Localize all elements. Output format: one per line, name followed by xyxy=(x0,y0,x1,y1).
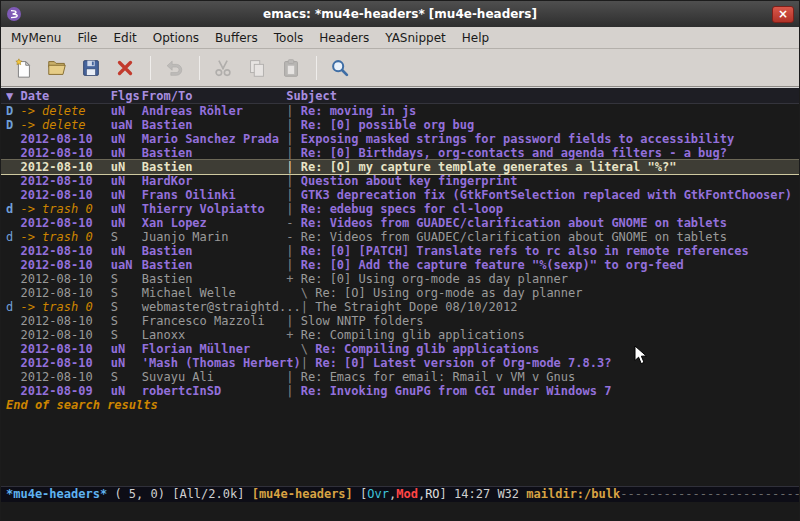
message-row[interactable]: d-> trash 0SJuanjo Marin- Re: Videos fro… xyxy=(1,230,799,244)
paste-icon xyxy=(280,57,302,79)
message-row[interactable]: 2012-08-10SMichael Welle \ Re: [O] Using… xyxy=(1,286,799,300)
message-from: Bastien xyxy=(142,244,286,258)
modeline: *mu4e-headers* ( 5, 0) [All/2.0k] [mu4e-… xyxy=(1,486,799,502)
message-mark xyxy=(6,188,20,202)
message-row[interactable]: 2012-08-10uN'Mash (Thomas Herbert)| Re: … xyxy=(1,356,799,370)
toolbar-separator xyxy=(150,56,151,80)
column-header-subject[interactable]: Subject xyxy=(286,88,337,103)
message-row[interactable]: 2012-08-10SSuvayu Ali| Re: Emacs for ema… xyxy=(1,370,799,384)
sort-direction-icon: ▼ xyxy=(6,88,20,103)
menu-help[interactable]: Help xyxy=(454,29,497,47)
message-mark: d xyxy=(6,202,20,216)
message-thread-prefix: | xyxy=(286,104,300,118)
message-thread-prefix: | xyxy=(286,314,300,328)
message-from: Mario Sanchez Prada xyxy=(142,132,286,146)
new-file-button[interactable] xyxy=(7,53,39,83)
save-button[interactable] xyxy=(75,53,107,83)
message-from: Frans Oilinki xyxy=(142,188,286,202)
menu-tools[interactable]: Tools xyxy=(266,29,312,47)
kill-buffer-icon xyxy=(114,57,136,79)
column-header-from[interactable]: From/To xyxy=(142,88,286,103)
message-thread-prefix: \ xyxy=(286,286,315,300)
menu-yasnippet[interactable]: YASnippet xyxy=(377,29,454,47)
message-row[interactable]: 2012-08-10uNMario Sanchez Prada| Exposin… xyxy=(1,132,799,146)
message-row[interactable]: 2012-08-09uNrobertcInSD| Re: Invoking Gn… xyxy=(1,384,799,398)
message-subject: Question about key fingerprint xyxy=(301,174,518,188)
emacs-window: emacs: *mu4e-headers* [mu4e-headers] × M… xyxy=(0,0,800,521)
menu-buffers[interactable]: Buffers xyxy=(207,29,266,47)
message-thread-prefix: - xyxy=(286,230,300,244)
menu-headers[interactable]: Headers xyxy=(311,29,377,47)
message-from: webmaster@straightd... xyxy=(142,300,301,314)
message-from: Michael Welle xyxy=(142,286,286,300)
message-row[interactable]: 2012-08-10uNBastien| Re: [0] Birthdays, … xyxy=(1,146,799,160)
message-row[interactable]: 2012-08-10SBastien+ Re: [0] Using org-mo… xyxy=(1,272,799,286)
end-of-results: End of search results xyxy=(1,398,799,412)
message-row[interactable]: 2012-08-10uNFlorian Müllner \ Re: Compil… xyxy=(1,342,799,356)
column-header-flags[interactable]: Flgs xyxy=(111,88,142,103)
message-date: 2012-08-10 xyxy=(20,328,110,342)
menu-options[interactable]: Options xyxy=(145,29,207,47)
menu-mymenu[interactable]: MyMenu xyxy=(3,29,69,47)
modeline-plain: [All/2.0k] xyxy=(172,487,251,501)
message-subject: Slow NNTP folders xyxy=(301,314,424,328)
paste-button xyxy=(275,53,307,83)
mu4e-headers-buffer[interactable]: ▼ Date Flgs From/To Subject D-> deleteuN… xyxy=(1,87,799,486)
modeline-dashes: ----------------------------------------… xyxy=(620,487,799,501)
message-subject: Re: Compiling glib applications xyxy=(301,328,525,342)
open-file-button[interactable] xyxy=(41,53,73,83)
message-row[interactable]: 2012-08-10uNBastien| Re: [0] [PATCH] Tra… xyxy=(1,244,799,258)
undo-button xyxy=(158,53,190,83)
message-from: Lanoxx xyxy=(142,328,286,342)
message-from: Bastien xyxy=(142,118,286,132)
message-mark xyxy=(6,216,20,230)
modeline-plain: ( 5, 0) xyxy=(107,487,172,501)
open-file-icon xyxy=(46,57,68,79)
message-mark: D xyxy=(6,118,20,132)
message-row[interactable]: D-> deleteuaNBastien| Re: [0] possible o… xyxy=(1,118,799,132)
message-mark: d xyxy=(6,230,20,244)
message-flags: uN xyxy=(111,356,142,370)
message-row[interactable]: D-> deleteuNAndreas Röhler| Re: moving i… xyxy=(1,104,799,118)
menu-edit[interactable]: Edit xyxy=(106,29,145,47)
modeline-ro: RO xyxy=(425,487,439,501)
message-row[interactable]: 2012-08-10uaNBastien| Re: [0] Add the ca… xyxy=(1,258,799,272)
message-flags: uN xyxy=(111,160,142,174)
message-row[interactable]: 2012-08-10uNFrans Oilinki| GTK3 deprecat… xyxy=(1,188,799,202)
kill-buffer-button[interactable] xyxy=(109,53,141,83)
menu-bar: MyMenuFileEditOptionsBuffersToolsHeaders… xyxy=(1,27,799,49)
message-row[interactable]: 2012-08-10SLanoxx+ Re: Compiling glib ap… xyxy=(1,328,799,342)
message-subject: GTK3 deprecation fix (GtkFontSelection r… xyxy=(301,188,792,202)
message-row[interactable]: 2012-08-10uNHardKor| Question about key … xyxy=(1,174,799,188)
modeline-plain: W32 xyxy=(497,487,526,501)
message-thread-prefix: | xyxy=(301,356,315,370)
message-mark xyxy=(6,370,20,384)
window-title: emacs: *mu4e-headers* [mu4e-headers] xyxy=(1,7,799,21)
message-row[interactable]: 2012-08-10uNXan Lopez- Re: Videos from G… xyxy=(1,216,799,230)
message-row[interactable]: 2012-08-10uNBastien| Re: [O] my capture … xyxy=(1,160,799,174)
message-from: Bastien xyxy=(142,146,286,160)
toolbar xyxy=(1,49,799,87)
message-mark xyxy=(6,314,20,328)
message-row[interactable]: 2012-08-10SFrancesco Mazzoli| Slow NNTP … xyxy=(1,314,799,328)
message-row[interactable]: d-> trash 0uNThierry Volpiatto| Re: edeb… xyxy=(1,202,799,216)
message-date: 2012-08-10 xyxy=(20,272,110,286)
message-thread-prefix: | xyxy=(286,132,300,146)
message-date: 2012-08-10 xyxy=(20,356,110,370)
message-flags: uN xyxy=(111,174,142,188)
modeline-ovr: Ovr xyxy=(367,487,389,501)
echo-area xyxy=(1,502,799,520)
title-bar: emacs: *mu4e-headers* [mu4e-headers] × xyxy=(1,1,799,27)
message-date: 2012-08-10 xyxy=(20,146,110,160)
message-row[interactable]: d-> trash 0Swebmaster@straightd...| The … xyxy=(1,300,799,314)
message-from: Florian Müllner xyxy=(142,342,286,356)
window-close-button[interactable]: × xyxy=(772,6,794,23)
search-button[interactable] xyxy=(324,53,356,83)
menu-file[interactable]: File xyxy=(69,29,105,47)
message-mark xyxy=(6,272,20,286)
message-from: Thierry Volpiatto xyxy=(142,202,286,216)
message-flags: uN xyxy=(111,132,142,146)
column-header-date[interactable]: Date xyxy=(20,88,110,103)
message-thread-prefix: | xyxy=(286,370,300,384)
message-date: 2012-08-10 xyxy=(20,342,110,356)
